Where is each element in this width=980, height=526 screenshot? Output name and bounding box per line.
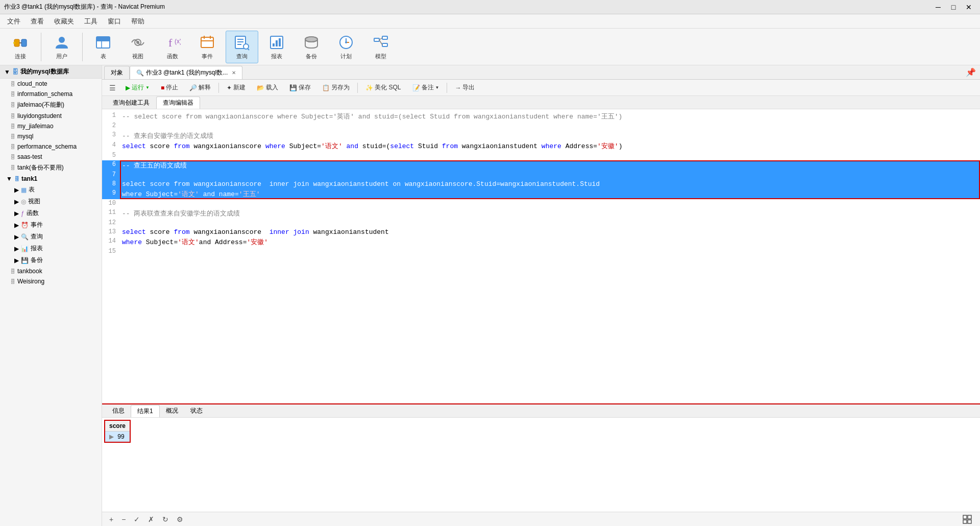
toolbar-connect-label: 连接 xyxy=(15,53,26,60)
sidebar-item-functions[interactable]: ▶ ƒ 函数 xyxy=(0,207,102,219)
sidebar-item-my_jiafeimao[interactable]: 🗄 my_jiafeimao xyxy=(0,121,102,131)
comment-button[interactable]: 📝 备注 ▼ xyxy=(408,81,444,94)
sidebar-item-information_schema[interactable]: 🗄 information_schema xyxy=(0,89,102,99)
confirm-button[interactable]: ✓ xyxy=(131,514,143,524)
toolbar-function[interactable]: f(x) 函数 xyxy=(156,31,189,63)
refresh-button[interactable]: ↻ xyxy=(159,514,172,524)
toolbar-table[interactable]: 表 xyxy=(87,31,119,63)
tab-query-builder[interactable]: 查询创建工具 xyxy=(106,97,156,109)
sidebar-item-cloud_note[interactable]: 🗄 cloud_note xyxy=(0,79,102,89)
result-tab-status[interactable]: 状态 xyxy=(184,405,209,417)
toolbar-report[interactable]: 报表 xyxy=(260,31,293,63)
toolbar-connect[interactable]: 连接 xyxy=(4,31,37,63)
sidebar-item-weisirong[interactable]: 🗄 Weisirong xyxy=(0,276,102,286)
save-button[interactable]: 💾 保存 xyxy=(285,81,315,94)
config-button[interactable]: ⚙ xyxy=(174,514,186,524)
report-icon xyxy=(267,33,286,52)
tab-query[interactable]: 🔍 作业3 @tank1 (我的mysql数... ✕ xyxy=(130,66,242,79)
svg-rect-24 xyxy=(273,43,275,46)
toolbar-backup[interactable]: 备份 xyxy=(295,31,328,63)
load-button[interactable]: 📂 载入 xyxy=(252,81,283,94)
pin-icon[interactable]: 📌 xyxy=(966,67,976,77)
sidebar-item-liuyidong[interactable]: 🗄 liuyidongstudent xyxy=(0,111,102,121)
toolbar-view[interactable]: 视图 xyxy=(121,31,154,63)
remove-row-button[interactable]: − xyxy=(118,514,129,524)
maximize-button[interactable]: □ xyxy=(946,2,961,12)
editor-line-2: 2 xyxy=(102,122,980,131)
result-tab-result1[interactable]: 结果1 xyxy=(131,405,160,417)
sidebar-item-mysql[interactable]: 🗄 mysql xyxy=(0,131,102,141)
row-indicator-icon: ▶ xyxy=(109,433,114,440)
menu-favorites[interactable]: 收藏夹 xyxy=(49,15,79,28)
tab-objects[interactable]: 对象 xyxy=(104,66,130,79)
stop-icon: ■ xyxy=(161,84,164,91)
sidebar-item-reports[interactable]: ▶ 📊 报表 xyxy=(0,243,102,254)
function-icon: f(x) xyxy=(163,33,182,52)
table-row[interactable]: ▶ 99 xyxy=(105,432,130,443)
sidebar-item-jiafeimao[interactable]: 🗄 jiafeimao(不能删) xyxy=(0,99,102,111)
result-tab-overview[interactable]: 概况 xyxy=(160,405,184,417)
sidebar-item-queries[interactable]: ▶ 🔍 查询 xyxy=(0,231,102,243)
sidebar-item-events[interactable]: ▶ ⏰ 事件 xyxy=(0,219,102,231)
tab-close-button[interactable]: ✕ xyxy=(232,70,236,76)
stop-button[interactable]: ■ 停止 xyxy=(156,81,183,94)
result-tab-info[interactable]: 信息 xyxy=(106,405,131,417)
explain-button[interactable]: 🔎 解释 xyxy=(185,81,215,94)
menu-view[interactable]: 查看 xyxy=(26,15,49,28)
table-group-icon: ▦ xyxy=(21,186,27,194)
svg-point-28 xyxy=(305,37,317,42)
chevron-down-icon: ▼ xyxy=(6,175,12,182)
beautify-button[interactable]: ✨ 美化 SQL xyxy=(361,81,405,94)
toolbar-model-label: 模型 xyxy=(375,53,386,60)
new-button[interactable]: ✦ 新建 xyxy=(222,81,250,94)
menu-window[interactable]: 窗口 xyxy=(103,15,126,28)
sql-editor[interactable]: 1 -- select score from wangxiaonianscore… xyxy=(102,109,980,403)
toolbar-user[interactable]: 用户 xyxy=(45,31,78,63)
toolbar-event[interactable]: 事件 xyxy=(191,31,224,63)
chevron-right-icon: ▶ xyxy=(14,210,19,217)
hamburger-menu-button[interactable]: ☰ xyxy=(106,82,119,93)
save-as-button[interactable]: 📋 另存为 xyxy=(317,81,354,94)
db-icon: 🗄 xyxy=(10,124,15,129)
menu-file[interactable]: 文件 xyxy=(2,15,26,28)
toolbar-sep-2 xyxy=(82,33,83,61)
export-button[interactable]: → 导出 xyxy=(450,81,479,94)
toolbar-model[interactable]: 模型 xyxy=(364,31,397,63)
sidebar-item-backups[interactable]: ▶ 💾 备份 xyxy=(0,254,102,266)
editor-line-13: 13 select score from wangxiaonianscore i… xyxy=(102,228,980,237)
sidebar-group-tank1[interactable]: ▼ 🗄 tank1 xyxy=(0,174,102,184)
close-button[interactable]: ✕ xyxy=(962,2,976,12)
main-area: ▼ 🗄 我的mysql数据库 🗄 cloud_note 🗄 informatio… xyxy=(0,65,980,526)
sidebar-item-views[interactable]: ▶ ◎ 视图 xyxy=(0,196,102,207)
run-button[interactable]: ▶ 运行 ▼ xyxy=(121,81,154,94)
svg-point-4 xyxy=(59,37,65,43)
sidebar-item-performance_schema[interactable]: 🗄 performance_schema xyxy=(0,141,102,152)
toolbar-report-label: 报表 xyxy=(271,53,282,60)
add-row-button[interactable]: + xyxy=(106,514,116,524)
editor-line-9: 9 where Subject='语文' and name='王五' xyxy=(102,189,980,199)
sidebar-db-label: 我的mysql数据库 xyxy=(20,67,69,76)
db-icon: 🗄 xyxy=(10,134,15,139)
result-tabs: 信息 结果1 概况 状态 xyxy=(102,404,980,418)
chevron-down-icon: ▼ xyxy=(4,68,10,76)
editor-line-14: 14 where Subject='语文'and Address='安徽' xyxy=(102,237,980,247)
minimize-button[interactable]: ─ xyxy=(931,2,945,12)
sidebar-db-header[interactable]: ▼ 🗄 我的mysql数据库 xyxy=(0,65,102,79)
chevron-right-icon: ▶ xyxy=(14,257,19,264)
table-icon xyxy=(94,33,112,52)
sidebar-item-tankbook[interactable]: 🗄 tankbook xyxy=(0,266,102,276)
tab-query-editor[interactable]: 查询编辑器 xyxy=(156,97,200,109)
menu-help[interactable]: 帮助 xyxy=(126,15,150,28)
toolbar-schedule[interactable]: 计划 xyxy=(330,31,362,63)
sidebar-item-tables[interactable]: ▶ ▦ 表 xyxy=(0,184,102,196)
sidebar-item-saas_test[interactable]: 🗄 saas-test xyxy=(0,152,102,162)
cancel-button[interactable]: ✗ xyxy=(145,514,157,524)
toolbar-query[interactable]: 查询 xyxy=(226,31,258,63)
connect-icon xyxy=(11,33,30,52)
content-area: 对象 🔍 作业3 @tank1 (我的mysql数... ✕ 📌 ☰ ▶ 运行 … xyxy=(102,65,980,526)
db-icon: 🗄 xyxy=(10,91,15,97)
menu-tools[interactable]: 工具 xyxy=(79,15,103,28)
db-icon: 🗄 xyxy=(10,165,15,171)
grid-view-button[interactable] xyxy=(963,515,972,524)
sidebar-item-tank_backup[interactable]: 🗄 tank(备份不要用) xyxy=(0,162,102,174)
